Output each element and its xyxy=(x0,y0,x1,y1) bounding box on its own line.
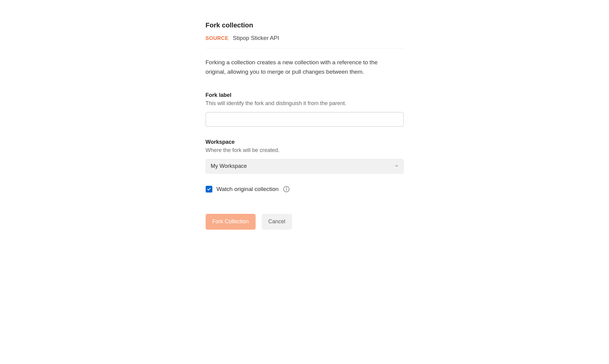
source-row: SOURCE Stipop Sticker API xyxy=(206,35,404,48)
svg-point-2 xyxy=(286,188,286,188)
dialog-description: Forking a collection creates a new colle… xyxy=(206,58,388,77)
fork-label-input[interactable] xyxy=(206,112,404,127)
dialog-title: Fork collection xyxy=(206,21,404,29)
source-label: SOURCE xyxy=(206,35,229,41)
workspace-field-group: Workspace Where the fork will be created… xyxy=(206,139,404,174)
watch-original-label: Watch original collection xyxy=(217,186,279,193)
workspace-help: Where the fork will be created. xyxy=(206,147,404,154)
watch-original-checkbox[interactable] xyxy=(206,186,212,193)
fork-label-help: This will identify the fork and distingu… xyxy=(206,100,404,107)
workspace-label: Workspace xyxy=(206,139,404,145)
fork-label-label: Fork label xyxy=(206,92,404,98)
workspace-selected-value: My Workspace xyxy=(211,163,247,169)
button-row: Fork Collection Cancel xyxy=(206,214,404,230)
watch-original-row: Watch original collection xyxy=(206,186,404,193)
cancel-button[interactable]: Cancel xyxy=(262,214,292,230)
workspace-select[interactable]: My Workspace xyxy=(206,159,404,174)
source-name: Stipop Sticker API xyxy=(233,35,279,41)
fork-collection-button[interactable]: Fork Collection xyxy=(206,214,256,230)
check-icon xyxy=(207,187,211,191)
workspace-select-wrap: My Workspace xyxy=(206,159,404,174)
fork-label-field-group: Fork label This will identify the fork a… xyxy=(206,92,404,127)
fork-collection-dialog: Fork collection SOURCE Stipop Sticker AP… xyxy=(203,21,407,230)
info-icon[interactable] xyxy=(283,186,290,193)
